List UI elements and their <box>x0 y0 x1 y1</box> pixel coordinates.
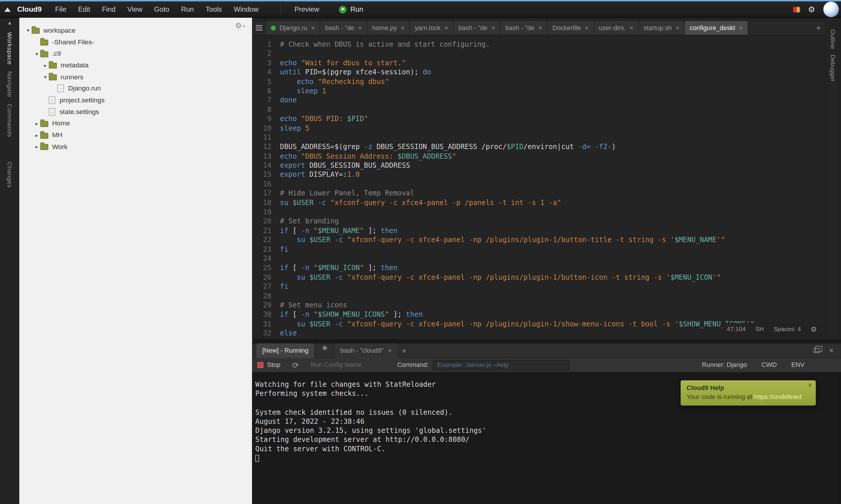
collapse-menubar-icon[interactable] <box>4 7 11 12</box>
disclosure-expanded-icon[interactable]: ▾ <box>33 51 40 57</box>
tab-close-icon[interactable]: × <box>739 24 743 31</box>
menu-find[interactable]: Find <box>96 5 121 14</box>
console-toolbar: Stop ⟳ Run Config Name Command: Runner: … <box>252 358 841 373</box>
editor-tab-django-ru[interactable]: Django.ru× <box>266 21 320 35</box>
runner-selector[interactable]: Runner: Django <box>702 361 747 369</box>
spaces-setting[interactable]: Spaces: 4 <box>774 324 801 334</box>
editor-tab-bash-de[interactable]: bash - "de× <box>500 21 548 35</box>
run-button[interactable]: Run <box>339 5 363 14</box>
rail-tab-changes[interactable]: Changes <box>6 162 13 188</box>
tab-list-icon[interactable] <box>252 21 266 35</box>
disclosure-collapsed-icon[interactable]: ▸ <box>33 144 40 150</box>
stop-button[interactable]: Stop <box>258 361 280 369</box>
tab-label: bash - "cloud9" <box>341 346 384 354</box>
editor-tab-dockerfile[interactable]: Dockerfile× <box>548 21 594 35</box>
console-tab-new-running[interactable]: [New] - Running <box>256 343 315 358</box>
restart-icon[interactable]: ⟳ <box>292 361 299 369</box>
tree-item-workspace[interactable]: ▾workspace <box>19 24 252 36</box>
tree-item-home[interactable]: ▸Home <box>19 118 252 129</box>
right-dock-rail: OutlineDebugger <box>825 18 841 339</box>
tab-close-icon[interactable]: × <box>444 24 448 31</box>
cwd-button[interactable]: CWD <box>761 361 777 369</box>
menu-edit[interactable]: Edit <box>72 5 96 14</box>
tab-close-icon[interactable]: × <box>358 24 362 31</box>
rail-tab-navigate[interactable]: Navigate <box>6 71 13 97</box>
code-line: if [ -n "$SHOW_MENU_ICONS" ]; then <box>280 310 825 319</box>
tree-item-mh[interactable]: ▸MH <box>19 129 252 141</box>
rail-tab-workspace[interactable]: Workspace <box>6 32 13 65</box>
terminal-line: Quit the server with CONTROL-C. <box>255 444 841 453</box>
menu-run[interactable]: Run <box>175 5 200 14</box>
maximize-panel-icon[interactable] <box>813 348 819 353</box>
tree-item-django-run[interactable]: Django.run <box>19 83 252 94</box>
list-lines-icon <box>256 25 262 30</box>
tab-close-icon[interactable]: × <box>585 24 588 31</box>
tree-item-state-settings[interactable]: state.settings <box>19 106 252 118</box>
console-window-icons: × <box>813 346 841 354</box>
console-tab-bash-cloud9[interactable]: bash - "cloud9"× <box>334 343 398 358</box>
editor-tab-startup-sh[interactable]: startup.sh× <box>639 21 685 35</box>
tab-close-icon[interactable]: × <box>491 24 495 31</box>
editor-tab-user-dirs[interactable]: user-dirs.× <box>594 21 639 35</box>
disclosure-collapsed-icon[interactable]: ▸ <box>33 121 40 126</box>
tree-item-project-settings[interactable]: project.settings <box>19 94 252 106</box>
editor-tab-yarn-lock[interactable]: yarn.lock× <box>410 21 453 35</box>
preferences-gear-icon[interactable]: ⚙ <box>808 5 815 14</box>
tab-close-icon[interactable]: × <box>629 24 633 31</box>
cursor-position[interactable]: 47:104 <box>727 324 746 334</box>
menu-goto[interactable]: Goto <box>148 5 175 14</box>
cloud9-help-notification: × Cloud9 Help Your code is running at ht… <box>681 380 816 406</box>
tree-item-c9[interactable]: ▾.c9 <box>19 48 252 59</box>
editor-tab-bash-de[interactable]: bash - "de× <box>320 21 367 35</box>
app-logo[interactable]: Cloud9 <box>17 5 42 14</box>
editor-gutter[interactable]: 1234567891011121314151617181920212223242… <box>252 40 271 339</box>
tab-label: yarn.lock <box>415 24 440 32</box>
editor-tab-home-py[interactable]: home.py× <box>367 21 410 35</box>
line-number: 18 <box>252 198 271 208</box>
disclosure-collapsed-icon[interactable]: ▸ <box>42 62 49 68</box>
editor-tab-configure-deskt[interactable]: configure_deskt× <box>685 21 748 35</box>
tree-item-label: -Shared Files- <box>52 38 94 46</box>
rail-tab-outline[interactable]: Outline <box>829 30 836 49</box>
console-new-tab-button[interactable]: + <box>398 346 410 355</box>
bug-report-icon[interactable] <box>792 6 800 13</box>
run-config-name[interactable]: Run Config Name <box>311 361 362 369</box>
new-tab-button[interactable]: + <box>812 21 825 35</box>
menu-window[interactable]: Window <box>228 5 264 14</box>
tree-item-runners[interactable]: ▾runners <box>19 71 252 83</box>
disclosure-collapsed-icon[interactable]: ▸ <box>33 132 40 138</box>
tab-close-icon[interactable]: × <box>388 347 392 354</box>
preview-button[interactable]: Preview <box>289 5 325 14</box>
line-number: 7 <box>252 96 271 105</box>
tab-close-icon[interactable]: × <box>675 24 679 31</box>
dock-collapse-icon[interactable]: ▲ <box>0 20 19 26</box>
tab-close-icon[interactable]: × <box>311 24 315 31</box>
tree-item-metadata[interactable]: ▸metadata <box>19 59 252 71</box>
tree-item-work[interactable]: ▸Work <box>19 141 252 152</box>
code-line: # Set branding <box>280 217 825 226</box>
disclosure-expanded-icon[interactable]: ▾ <box>24 28 32 33</box>
close-panel-icon[interactable]: × <box>829 346 834 354</box>
menu-file[interactable]: File <box>49 5 72 14</box>
syntax-mode[interactable]: SH <box>755 324 763 334</box>
left-rail-items: WorkspaceNavigateCommandsChanges <box>0 32 19 187</box>
menubar: Cloud9 FileEditFindViewGotoRunToolsWindo… <box>0 2 841 18</box>
editor-settings-icon[interactable]: ⚙ <box>811 325 817 332</box>
code-editor[interactable]: 1234567891011121314151617181920212223242… <box>252 35 825 339</box>
command-input[interactable] <box>433 360 570 370</box>
tab-close-icon[interactable]: × <box>401 24 405 31</box>
disclosure-expanded-icon[interactable]: ▾ <box>42 74 49 80</box>
env-button[interactable]: ENV <box>791 361 805 369</box>
command-label: Command: <box>397 361 429 369</box>
cloud9-logo-sphere[interactable] <box>823 2 839 17</box>
running-url-link[interactable]: https://undefined <box>754 393 802 401</box>
menu-tools[interactable]: Tools <box>200 5 228 14</box>
tree-item-shared-files[interactable]: -Shared Files- <box>19 36 252 48</box>
rail-tab-commands[interactable]: Commands <box>6 104 13 137</box>
notification-close-icon[interactable]: × <box>808 381 812 389</box>
menu-view[interactable]: View <box>121 5 148 14</box>
tab-close-icon[interactable]: × <box>538 24 542 31</box>
editor-tab-bash-de[interactable]: bash - "de× <box>453 21 500 35</box>
line-number: 9 <box>252 114 271 123</box>
rail-tab-debugger[interactable]: Debugger <box>829 55 836 82</box>
